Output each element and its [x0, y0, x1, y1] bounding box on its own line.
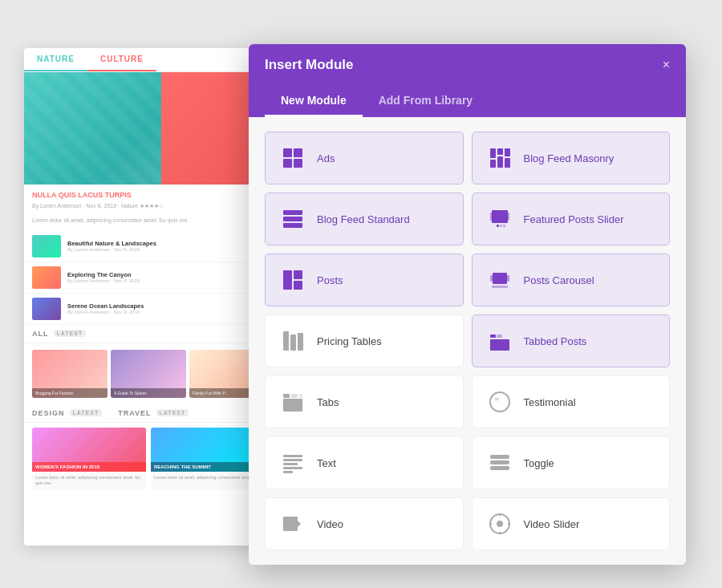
svg-rect-18 [503, 225, 505, 227]
modal-close-button[interactable]: × [663, 59, 670, 71]
svg-rect-12 [283, 223, 302, 228]
blog-hero [24, 72, 273, 185]
module-item-testimonial[interactable]: " Testimonial [472, 375, 671, 428]
blog-grid: Blogging For Fashion A Guide To Spices F… [24, 343, 273, 404]
list-item: Beautiful Nature & Landscapes By Lorem A… [24, 231, 273, 262]
blog-tab-culture: CULTURE [87, 48, 156, 71]
tab-new-module[interactable]: New Module [265, 86, 363, 117]
module-item-video-slider[interactable]: Video Slider [472, 497, 671, 550]
video-slider-icon [485, 509, 514, 538]
tabbed-posts-icon [485, 326, 514, 355]
list-item: Exploring The Canyon By Lorem Anderson ·… [24, 262, 273, 294]
svg-rect-8 [497, 156, 503, 168]
svg-rect-44 [490, 460, 509, 464]
tab-add-from-library[interactable]: Add From Library [363, 86, 489, 117]
module-item-ads[interactable]: Ads [265, 132, 464, 185]
modal-body: Ads Blog Feed Masonry [249, 117, 686, 565]
blog-preview: NATURE CULTURE NULLA QUIS LACUS TURPIS B… [24, 48, 273, 545]
module-item-blog-feed-standard[interactable]: Blog Feed Standard [265, 193, 464, 245]
svg-rect-41 [283, 467, 302, 469]
svg-rect-26 [283, 331, 289, 351]
module-item-text[interactable]: Text [265, 436, 464, 489]
svg-rect-22 [493, 273, 507, 284]
blog-two-col: WOMEN'S FASHION IN 2019 Lorem dolor sit … [24, 423, 273, 494]
svg-rect-10 [283, 210, 302, 215]
svg-rect-16 [497, 225, 499, 227]
svg-rect-15 [507, 213, 509, 221]
module-item-featured-posts-slider[interactable]: Featured Posts Slider [472, 193, 671, 245]
module-label-video: Video [317, 518, 343, 530]
posts-icon [278, 266, 307, 294]
svg-rect-1 [294, 148, 302, 157]
blog-section-all: ALL LATEST [24, 325, 273, 343]
svg-rect-7 [490, 160, 496, 168]
modal-tabs: New Module Add From Library [249, 86, 686, 117]
module-item-toggle[interactable]: Toggle [472, 436, 671, 489]
module-item-posts-carousel[interactable]: Posts Carousel [472, 253, 671, 306]
svg-rect-32 [283, 394, 290, 398]
svg-rect-17 [500, 225, 502, 227]
modal-title: Insert Module [265, 57, 354, 73]
module-item-tabs[interactable]: Tabs [265, 375, 464, 428]
svg-rect-40 [283, 463, 298, 465]
toggle-icon [485, 448, 514, 477]
svg-point-36 [490, 392, 509, 412]
blog-tabs: NATURE CULTURE [24, 48, 273, 72]
modal-header: Insert Module × [249, 44, 686, 86]
svg-point-49 [497, 521, 503, 527]
svg-rect-31 [490, 339, 509, 351]
module-item-tabbed-posts[interactable]: Tabbed Posts [472, 314, 671, 367]
svg-rect-28 [298, 333, 303, 351]
module-label-toggle: Toggle [524, 457, 554, 469]
module-label-tabbed-posts: Tabbed Posts [524, 335, 587, 347]
blog-post-title: NULLA QUIS LACUS TURPIS [24, 185, 273, 202]
text-icon [278, 448, 307, 477]
blog-masonry-icon [485, 144, 514, 172]
svg-rect-45 [490, 466, 509, 470]
featured-slider-icon [485, 205, 514, 233]
svg-rect-11 [283, 217, 302, 221]
module-label-tabs: Tabs [317, 396, 339, 408]
module-item-pricing-tables[interactable]: Pricing Tables [265, 314, 464, 367]
tabs-icon [278, 387, 307, 416]
module-label-testimonial: Testimonial [524, 396, 576, 408]
module-label-ads: Ads [317, 152, 335, 164]
module-label-blog-feed-standard: Blog Feed Standard [317, 213, 410, 225]
col-item: REACHING THE SUMMIT Lorem dolor sit amet… [151, 428, 265, 489]
module-grid: Ads Blog Feed Masonry [265, 132, 670, 550]
module-item-blog-feed-masonry[interactable]: Blog Feed Masonry [472, 132, 671, 185]
svg-marker-47 [298, 521, 301, 527]
module-label-pricing-tables: Pricing Tables [317, 335, 382, 347]
blog-tab-nature: NATURE [24, 48, 87, 71]
module-item-video[interactable]: Video [265, 497, 464, 550]
pricing-icon [278, 326, 307, 355]
video-icon [278, 509, 307, 538]
blog-section-design: DESIGN LATEST TRAVEL LATEST [24, 404, 273, 423]
svg-rect-5 [497, 148, 503, 155]
grid-item: A Guide To Spices [111, 350, 186, 398]
blog-thumb [32, 235, 61, 258]
svg-rect-13 [492, 210, 508, 223]
svg-rect-24 [507, 275, 509, 282]
module-label-blog-feed-masonry: Blog Feed Masonry [524, 152, 615, 164]
insert-module-modal: Insert Module × New Module Add From Libr… [249, 44, 686, 565]
svg-rect-29 [490, 335, 496, 338]
posts-carousel-icon [485, 266, 514, 294]
svg-rect-33 [291, 394, 298, 398]
svg-rect-19 [283, 270, 292, 290]
blog-thumb [32, 266, 61, 289]
svg-rect-4 [490, 148, 496, 158]
module-label-posts-carousel: Posts Carousel [524, 274, 594, 286]
col-item: WOMEN'S FASHION IN 2019 Lorem dolor sit … [32, 428, 146, 489]
module-label-featured-posts-slider: Featured Posts Slider [524, 213, 624, 225]
svg-rect-2 [283, 159, 292, 168]
svg-rect-43 [490, 455, 509, 459]
svg-rect-14 [490, 213, 493, 221]
svg-rect-20 [294, 270, 302, 279]
grid-icon [278, 144, 307, 172]
svg-rect-23 [490, 275, 493, 282]
module-item-posts[interactable]: Posts [265, 253, 464, 306]
testimonial-icon: " [485, 387, 514, 416]
blog-thumb [32, 298, 61, 320]
svg-rect-0 [283, 148, 292, 157]
